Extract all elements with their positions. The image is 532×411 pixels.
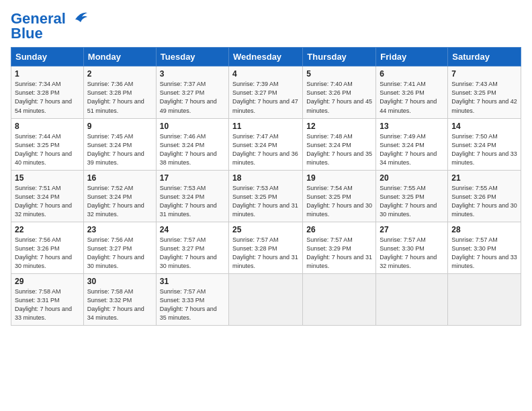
day-number: 5 <box>306 69 372 79</box>
day-number: 1 <box>15 69 80 79</box>
day-info: Sunrise: 7:39 AMSunset: 3:27 PMDaylight:… <box>232 81 298 113</box>
calendar-cell: 16 Sunrise: 7:52 AMSunset: 3:24 PMDaylig… <box>83 170 156 222</box>
day-number: 17 <box>160 173 225 183</box>
day-info: Sunrise: 7:56 AMSunset: 3:27 PMDaylight:… <box>87 236 144 269</box>
day-info: Sunrise: 7:55 AMSunset: 3:26 PMDaylight:… <box>451 185 517 218</box>
logo-bird-icon <box>69 10 89 25</box>
day-info: Sunrise: 7:57 AMSunset: 3:28 PMDaylight:… <box>232 236 298 269</box>
day-info: Sunrise: 7:48 AMSunset: 3:24 PMDaylight:… <box>306 133 372 166</box>
calendar-header-saturday: Saturday <box>448 48 521 66</box>
day-number: 7 <box>451 69 517 79</box>
calendar-cell: 25 Sunrise: 7:57 AMSunset: 3:28 PMDaylig… <box>229 222 303 273</box>
calendar-cell: 29 Sunrise: 7:58 AMSunset: 3:31 PMDaylig… <box>11 274 84 326</box>
day-number: 30 <box>87 277 152 286</box>
calendar-cell: 26 Sunrise: 7:57 AMSunset: 3:29 PMDaylig… <box>303 222 376 273</box>
day-number: 25 <box>232 225 299 234</box>
day-info: Sunrise: 7:53 AMSunset: 3:25 PMDaylight:… <box>232 185 298 218</box>
day-info: Sunrise: 7:34 AMSunset: 3:28 PMDaylight:… <box>15 81 72 113</box>
calendar-header-thursday: Thursday <box>303 48 376 66</box>
day-number: 31 <box>160 277 225 286</box>
logo-text-blue: Blue <box>11 26 43 42</box>
day-info: Sunrise: 7:57 AMSunset: 3:30 PMDaylight:… <box>451 236 517 269</box>
day-info: Sunrise: 7:50 AMSunset: 3:24 PMDaylight:… <box>451 133 517 166</box>
calendar-cell: 23 Sunrise: 7:56 AMSunset: 3:27 PMDaylig… <box>83 222 156 273</box>
day-number: 2 <box>87 69 152 79</box>
calendar-cell: 24 Sunrise: 7:57 AMSunset: 3:27 PMDaylig… <box>156 222 228 273</box>
calendar-cell <box>376 274 448 326</box>
day-number: 4 <box>232 69 299 79</box>
day-info: Sunrise: 7:56 AMSunset: 3:26 PMDaylight:… <box>15 236 72 269</box>
day-info: Sunrise: 7:49 AMSunset: 3:24 PMDaylight:… <box>380 133 437 166</box>
calendar-cell: 6 Sunrise: 7:41 AMSunset: 3:26 PMDayligh… <box>376 66 448 118</box>
day-number: 6 <box>380 69 444 79</box>
day-number: 26 <box>306 225 372 234</box>
day-info: Sunrise: 7:37 AMSunset: 3:27 PMDaylight:… <box>160 81 217 113</box>
calendar-cell: 27 Sunrise: 7:57 AMSunset: 3:30 PMDaylig… <box>376 222 448 273</box>
day-info: Sunrise: 7:57 AMSunset: 3:27 PMDaylight:… <box>160 236 217 269</box>
day-info: Sunrise: 7:55 AMSunset: 3:25 PMDaylight:… <box>380 185 437 218</box>
day-info: Sunrise: 7:58 AMSunset: 3:31 PMDaylight:… <box>15 288 72 321</box>
logo: General Blue <box>11 11 89 42</box>
day-number: 23 <box>87 225 152 234</box>
calendar-cell <box>229 274 303 326</box>
calendar-cell <box>303 274 376 326</box>
calendar-header-row: SundayMondayTuesdayWednesdayThursdayFrid… <box>11 48 521 66</box>
day-info: Sunrise: 7:44 AMSunset: 3:25 PMDaylight:… <box>15 133 72 166</box>
calendar-week-row: 15 Sunrise: 7:51 AMSunset: 3:24 PMDaylig… <box>11 170 521 222</box>
day-info: Sunrise: 7:46 AMSunset: 3:24 PMDaylight:… <box>160 133 217 166</box>
day-number: 14 <box>451 122 517 131</box>
day-number: 20 <box>380 173 444 183</box>
day-info: Sunrise: 7:54 AMSunset: 3:25 PMDaylight:… <box>306 185 372 218</box>
day-number: 3 <box>160 69 225 79</box>
calendar-cell: 13 Sunrise: 7:49 AMSunset: 3:24 PMDaylig… <box>376 118 448 170</box>
calendar-week-row: 8 Sunrise: 7:44 AMSunset: 3:25 PMDayligh… <box>11 118 521 170</box>
calendar-cell: 15 Sunrise: 7:51 AMSunset: 3:24 PMDaylig… <box>11 170 84 222</box>
calendar-cell: 18 Sunrise: 7:53 AMSunset: 3:25 PMDaylig… <box>229 170 303 222</box>
calendar-cell: 21 Sunrise: 7:55 AMSunset: 3:26 PMDaylig… <box>448 170 521 222</box>
calendar-cell: 19 Sunrise: 7:54 AMSunset: 3:25 PMDaylig… <box>303 170 376 222</box>
calendar-header-friday: Friday <box>376 48 448 66</box>
day-info: Sunrise: 7:53 AMSunset: 3:24 PMDaylight:… <box>160 185 217 218</box>
calendar-cell: 11 Sunrise: 7:47 AMSunset: 3:24 PMDaylig… <box>229 118 303 170</box>
page-header: General Blue <box>11 11 521 42</box>
day-info: Sunrise: 7:57 AMSunset: 3:30 PMDaylight:… <box>380 236 437 269</box>
calendar-cell: 20 Sunrise: 7:55 AMSunset: 3:25 PMDaylig… <box>376 170 448 222</box>
calendar-cell: 22 Sunrise: 7:56 AMSunset: 3:26 PMDaylig… <box>11 222 84 273</box>
day-number: 13 <box>380 122 444 131</box>
calendar-cell: 14 Sunrise: 7:50 AMSunset: 3:24 PMDaylig… <box>448 118 521 170</box>
day-info: Sunrise: 7:57 AMSunset: 3:33 PMDaylight:… <box>160 288 217 321</box>
calendar-cell: 3 Sunrise: 7:37 AMSunset: 3:27 PMDayligh… <box>156 66 228 118</box>
day-info: Sunrise: 7:41 AMSunset: 3:26 PMDaylight:… <box>380 81 437 113</box>
calendar-header-sunday: Sunday <box>11 48 84 66</box>
day-number: 19 <box>306 173 372 183</box>
calendar-header-wednesday: Wednesday <box>229 48 303 66</box>
calendar-week-row: 22 Sunrise: 7:56 AMSunset: 3:26 PMDaylig… <box>11 222 521 273</box>
day-number: 10 <box>160 122 225 131</box>
calendar-header-monday: Monday <box>83 48 156 66</box>
day-number: 27 <box>380 225 444 234</box>
day-info: Sunrise: 7:58 AMSunset: 3:32 PMDaylight:… <box>87 288 144 321</box>
day-number: 15 <box>15 173 80 183</box>
day-info: Sunrise: 7:43 AMSunset: 3:25 PMDaylight:… <box>451 81 517 113</box>
calendar-cell: 30 Sunrise: 7:58 AMSunset: 3:32 PMDaylig… <box>83 274 156 326</box>
calendar-cell: 10 Sunrise: 7:46 AMSunset: 3:24 PMDaylig… <box>156 118 228 170</box>
calendar-cell: 12 Sunrise: 7:48 AMSunset: 3:24 PMDaylig… <box>303 118 376 170</box>
day-number: 29 <box>15 277 80 286</box>
day-info: Sunrise: 7:45 AMSunset: 3:24 PMDaylight:… <box>87 133 144 166</box>
calendar-table: SundayMondayTuesdayWednesdayThursdayFrid… <box>11 47 521 326</box>
calendar-cell: 9 Sunrise: 7:45 AMSunset: 3:24 PMDayligh… <box>83 118 156 170</box>
calendar-cell: 17 Sunrise: 7:53 AMSunset: 3:24 PMDaylig… <box>156 170 228 222</box>
day-info: Sunrise: 7:40 AMSunset: 3:26 PMDaylight:… <box>306 81 372 113</box>
day-number: 21 <box>451 173 517 183</box>
day-number: 18 <box>232 173 299 183</box>
day-number: 8 <box>15 122 80 131</box>
day-number: 11 <box>232 122 299 131</box>
day-info: Sunrise: 7:57 AMSunset: 3:29 PMDaylight:… <box>306 236 372 269</box>
calendar-cell: 31 Sunrise: 7:57 AMSunset: 3:33 PMDaylig… <box>156 274 228 326</box>
calendar-cell: 5 Sunrise: 7:40 AMSunset: 3:26 PMDayligh… <box>303 66 376 118</box>
calendar-cell: 2 Sunrise: 7:36 AMSunset: 3:28 PMDayligh… <box>83 66 156 118</box>
calendar-header-tuesday: Tuesday <box>156 48 228 66</box>
day-number: 16 <box>87 173 152 183</box>
day-info: Sunrise: 7:47 AMSunset: 3:24 PMDaylight:… <box>232 133 298 166</box>
calendar-cell: 1 Sunrise: 7:34 AMSunset: 3:28 PMDayligh… <box>11 66 84 118</box>
